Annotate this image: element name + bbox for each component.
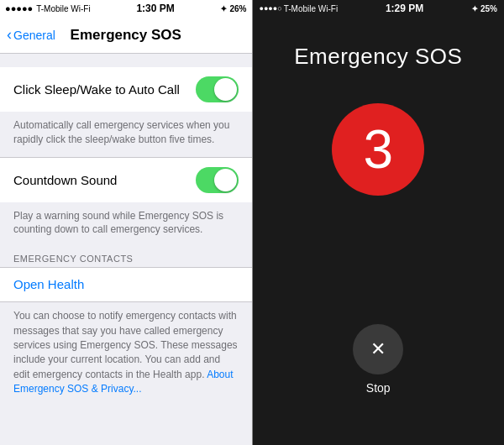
battery-left: 26% xyxy=(229,4,246,13)
countdown-sound-description: Play a warning sound while Emergency SOS… xyxy=(0,202,252,248)
time-right: 1:29 PM xyxy=(386,3,423,14)
sos-title: Emergency SOS xyxy=(294,44,462,70)
footer-text: You can choose to notify emergency conta… xyxy=(13,310,238,380)
carrier-right: T-Mobile Wi-Fi xyxy=(284,4,338,13)
left-panel: ●●●●● T-Mobile Wi-Fi 1:30 PM ✦ 26% ‹ Gen… xyxy=(0,0,252,445)
settings-content: Click Sleep/Wake to Auto Call Automatica… xyxy=(0,54,252,445)
auto-call-toggle[interactable] xyxy=(196,76,239,102)
carrier-right-area: ●●●●○ T-Mobile Wi-Fi xyxy=(260,4,339,13)
back-button[interactable]: ‹ General xyxy=(7,28,55,42)
status-bar-left: ●●●●● T-Mobile Wi-Fi 1:30 PM ✦ 26% xyxy=(0,0,252,17)
status-bar-right: ●●●●○ T-Mobile Wi-Fi 1:29 PM ✦ 25% xyxy=(253,0,505,17)
auto-call-description: Automatically call emergency services wh… xyxy=(0,112,252,157)
emergency-contacts-header: EMERGENCY CONTACTS xyxy=(0,247,252,267)
countdown-sound-toggle[interactable] xyxy=(196,167,239,193)
stop-label: Stop xyxy=(366,381,391,395)
battery-right: 25% xyxy=(480,4,497,13)
back-label: General xyxy=(13,29,55,42)
nav-bar: ‹ General Emergency SOS xyxy=(0,17,252,54)
stop-button[interactable]: ✕ xyxy=(353,324,403,374)
page-title: Emergency SOS xyxy=(71,27,181,44)
countdown-sound-row[interactable]: Countdown Sound xyxy=(0,158,252,202)
footer-area: You can choose to notify emergency conta… xyxy=(0,302,252,406)
open-health-row[interactable]: Open Health xyxy=(0,267,252,302)
right-icons-right: ✦ 25% xyxy=(471,4,497,13)
open-health-link[interactable]: Open Health xyxy=(13,277,84,291)
countdown-number: 3 xyxy=(363,118,393,181)
right-panel: ●●●●○ T-Mobile Wi-Fi 1:29 PM ✦ 25% Emerg… xyxy=(253,0,505,445)
auto-call-row[interactable]: Click Sleep/Wake to Auto Call xyxy=(0,67,252,112)
signal-dots-right: ●●●●○ xyxy=(260,4,282,13)
auto-call-label: Click Sleep/Wake to Auto Call xyxy=(13,82,180,97)
bluetooth-icon-right: ✦ xyxy=(471,4,478,13)
bluetooth-icon: ✦ xyxy=(220,4,227,13)
stop-button-area[interactable]: ✕ Stop xyxy=(353,324,403,395)
right-icons-left: ✦ 26% xyxy=(220,4,246,13)
back-chevron-icon: ‹ xyxy=(7,27,12,42)
signal-dots: ●●●●● xyxy=(5,3,33,13)
countdown-circle: 3 xyxy=(332,103,424,196)
signal-area: ●●●●● T-Mobile Wi-Fi xyxy=(5,3,91,13)
time-left: 1:30 PM xyxy=(136,3,174,14)
carrier-left: T-Mobile Wi-Fi xyxy=(36,4,90,13)
countdown-sound-label: Countdown Sound xyxy=(13,173,117,187)
stop-x-icon: ✕ xyxy=(370,340,386,359)
